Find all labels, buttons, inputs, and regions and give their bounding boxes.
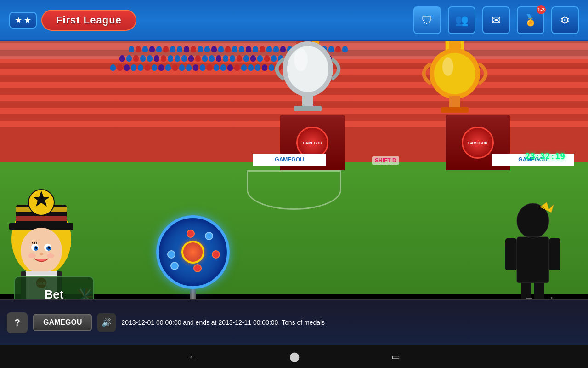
audience-dot — [165, 64, 171, 71]
recents-button[interactable]: ▭ — [391, 351, 400, 362]
ad-board-shift: SHIFT D — [372, 156, 399, 165]
league-name-button[interactable]: First League — [41, 10, 136, 31]
android-nav-bar: ← ⬤ ▭ — [0, 345, 588, 368]
audience-dot — [262, 64, 267, 71]
sound-icon: 🔊 — [102, 317, 112, 328]
svg-point-29 — [28, 253, 36, 258]
audience-dot — [198, 46, 203, 52]
svg-line-26 — [34, 242, 35, 244]
svg-rect-5 — [302, 92, 313, 106]
audience-dot — [257, 55, 263, 62]
svg-rect-67 — [517, 237, 549, 283]
ad-board-left: GAMEGOU — [253, 154, 326, 166]
audience-dot — [168, 55, 173, 62]
audience-dot — [255, 64, 260, 71]
ranking-button[interactable]: 🏅 1-3 — [517, 6, 544, 34]
users-icon: 👥 — [455, 14, 469, 27]
audience-dot — [140, 55, 146, 62]
audience-dot — [129, 46, 134, 52]
audience-dot — [110, 64, 116, 71]
audience-dot — [138, 64, 143, 71]
settings-button[interactable]: ⚙ — [551, 6, 579, 34]
audience-dot — [202, 55, 208, 62]
svg-point-24 — [48, 247, 50, 249]
audience-dot — [177, 46, 182, 52]
audience-dot — [142, 46, 148, 52]
svg-rect-10 — [449, 96, 460, 107]
help-button[interactable]: ? — [7, 312, 28, 333]
audience-dot — [241, 64, 247, 71]
audience-dot — [227, 64, 233, 71]
svg-rect-32 — [25, 271, 57, 275]
gold-podium-logo: GAMEGOU — [462, 126, 494, 159]
audience-dot — [170, 46, 175, 52]
bottom-bar: ? GAMEGOU 🔊 2013-12-01 00:00:00 and ends… — [0, 299, 588, 345]
mail-button[interactable]: ✉ — [482, 6, 510, 34]
audience-dot — [147, 55, 153, 62]
audience-dot — [124, 64, 130, 71]
svg-point-9 — [442, 58, 453, 76]
audience-dot — [216, 55, 221, 62]
audience-dot — [158, 64, 164, 71]
mail-icon: ✉ — [492, 14, 501, 27]
sound-button[interactable]: 🔊 — [97, 313, 116, 332]
audience-dot — [223, 55, 228, 62]
audience-dot — [117, 64, 123, 71]
gear-icon: ⚙ — [560, 14, 570, 27]
audience-dot — [200, 64, 205, 71]
ranking-icon: 🏅 — [524, 14, 537, 27]
audience-dot — [145, 64, 150, 71]
audience-dot — [133, 55, 139, 62]
audience-dot — [131, 64, 136, 71]
svg-rect-68 — [505, 238, 517, 270]
audience-dot — [179, 64, 185, 71]
svg-point-30 — [47, 253, 54, 258]
audience-dot — [181, 55, 187, 62]
audience-dot — [161, 55, 166, 62]
home-button[interactable]: ⬤ — [289, 351, 300, 362]
audience-dot — [193, 64, 198, 71]
audience-dot — [218, 46, 224, 52]
svg-point-8 — [434, 53, 475, 94]
audience-dot — [156, 46, 162, 52]
header-icons: 🛡 👥 ✉ 🏅 1-3 ⚙ — [413, 6, 579, 34]
audience-dot — [172, 64, 178, 71]
users-button[interactable]: 👥 — [448, 6, 475, 34]
svg-point-23 — [35, 247, 37, 249]
svg-rect-6 — [294, 106, 322, 111]
audience-dot — [207, 64, 212, 71]
top-header: ★ ★ First League 🛡 👥 ✉ 🏅 1-3 ⚙ — [0, 0, 588, 41]
shield-button[interactable]: 🛡 — [413, 6, 441, 34]
audience-dot — [195, 55, 201, 62]
audience-dot — [191, 46, 196, 52]
audience-dot — [186, 64, 192, 71]
svg-point-4 — [294, 48, 308, 71]
audience-dot — [163, 46, 169, 52]
audience-dot — [154, 55, 159, 62]
star-2-icon: ★ — [24, 15, 31, 25]
audience-dot — [250, 55, 256, 62]
back-button[interactable]: ← — [188, 351, 198, 362]
audience-dot — [209, 55, 215, 62]
audience-dot — [230, 55, 235, 62]
audience-dot — [264, 55, 270, 62]
league-stars: ★ ★ — [9, 12, 37, 29]
audience-dot — [237, 55, 242, 62]
svg-point-18 — [21, 228, 62, 274]
username-button[interactable]: GAMEGOU — [33, 314, 92, 331]
ranking-badge: 1-3 — [537, 5, 546, 14]
audience-dot — [260, 46, 265, 52]
audience-dot — [175, 55, 180, 62]
news-ticker: 2013-12-01 00:00:00 and ends at 2013-12-… — [121, 319, 581, 326]
audience-dot — [211, 46, 217, 52]
time-display: 23:32:19 — [525, 151, 565, 161]
audience-dot — [204, 46, 210, 52]
audience-dot — [188, 55, 194, 62]
svg-rect-11 — [441, 107, 469, 113]
audience-dot — [246, 46, 251, 52]
audience-dot — [149, 46, 155, 52]
svg-rect-69 — [549, 238, 560, 270]
audience-dot — [253, 46, 258, 52]
audience-dot — [136, 46, 141, 52]
svg-point-3 — [287, 46, 328, 92]
